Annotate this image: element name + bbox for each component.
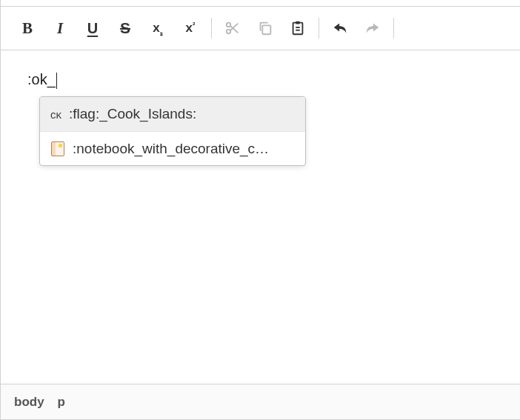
bold-icon: B bbox=[22, 19, 33, 38]
copy-icon bbox=[257, 20, 273, 36]
element-path-bar: body p bbox=[1, 384, 520, 419]
emoji-autocomplete-popup: cĸ :flag:_Cook_Islands: :notebook_with_d… bbox=[39, 96, 306, 166]
underline-button[interactable]: U bbox=[76, 12, 109, 44]
paste-button[interactable] bbox=[281, 12, 314, 44]
autocomplete-item[interactable]: cĸ :flag:_Cook_Islands: bbox=[40, 97, 305, 131]
flag-cook-islands-icon: cĸ bbox=[50, 107, 61, 121]
cut-button[interactable] bbox=[216, 12, 249, 44]
copy-button[interactable] bbox=[249, 12, 281, 44]
autocomplete-item[interactable]: :notebook_with_decorative_c… bbox=[40, 131, 305, 165]
svg-rect-4 bbox=[262, 25, 270, 34]
superscript-icon: x² bbox=[186, 21, 196, 36]
strikethrough-button[interactable]: S bbox=[109, 12, 141, 44]
italic-icon: I bbox=[57, 19, 63, 38]
subscript-small: ₂ bbox=[160, 29, 163, 37]
svg-rect-6 bbox=[296, 21, 300, 24]
clipboard-icon bbox=[290, 20, 306, 36]
toolbar: B I U S x₂ x² bbox=[1, 6, 520, 50]
subscript-button[interactable]: x₂ bbox=[141, 12, 174, 44]
toolbar-separator bbox=[319, 18, 319, 39]
text-caret bbox=[56, 73, 57, 89]
undo-button[interactable] bbox=[324, 12, 356, 44]
editor-container: B I U S x₂ x² bbox=[0, 0, 520, 420]
italic-button[interactable]: I bbox=[44, 12, 76, 44]
superscript-button[interactable]: x² bbox=[174, 12, 207, 44]
redo-button[interactable] bbox=[356, 12, 389, 44]
notebook-icon bbox=[50, 141, 65, 156]
superscript-small: ² bbox=[193, 21, 195, 29]
subscript-icon: x₂ bbox=[153, 21, 162, 36]
autocomplete-item-label: :flag:_Cook_Islands: bbox=[69, 106, 295, 122]
scissors-icon bbox=[224, 20, 241, 36]
autocomplete-item-label: :notebook_with_decorative_c… bbox=[73, 141, 295, 157]
undo-icon bbox=[332, 20, 348, 36]
toolbar-separator bbox=[211, 18, 212, 39]
typed-text: :ok_ bbox=[27, 71, 56, 88]
subscript-base: x bbox=[153, 21, 159, 36]
redo-icon bbox=[364, 20, 381, 36]
svg-rect-5 bbox=[293, 23, 303, 35]
superscript-base: x bbox=[186, 21, 193, 36]
element-path-item[interactable]: p bbox=[58, 395, 65, 410]
strikethrough-icon: S bbox=[120, 19, 130, 37]
toolbar-separator bbox=[393, 18, 394, 39]
element-path-item[interactable]: body bbox=[14, 395, 44, 410]
underline-icon: U bbox=[87, 20, 98, 37]
editor-content[interactable]: :ok_ cĸ :flag:_Cook_Islands: :notebook_w… bbox=[1, 50, 520, 384]
bold-button[interactable]: B bbox=[11, 12, 44, 44]
